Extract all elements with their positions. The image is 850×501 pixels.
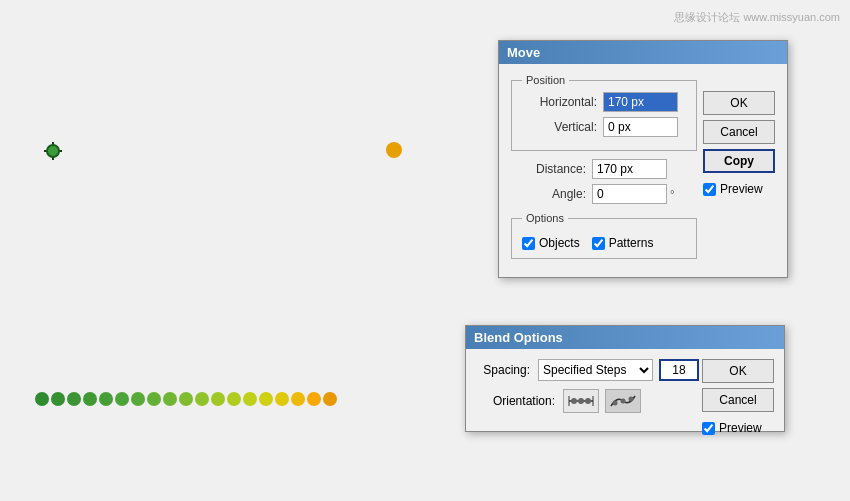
distance-label: Distance: (511, 162, 586, 176)
blend-dot (195, 392, 209, 406)
orient-align-button[interactable] (563, 389, 599, 413)
angle-input[interactable] (592, 184, 667, 204)
horizontal-label: Horizontal: (522, 95, 597, 109)
blend-dot (99, 392, 113, 406)
angle-label: Angle: (511, 187, 586, 201)
blend-dot (115, 392, 129, 406)
cancel-button[interactable]: Cancel (703, 120, 775, 144)
blend-preview-checkbox[interactable] (702, 422, 715, 435)
vertical-input[interactable] (603, 117, 678, 137)
blend-dot (259, 392, 273, 406)
blend-preview-label: Preview (719, 421, 762, 435)
blend-ok-button[interactable]: OK (702, 359, 774, 383)
copy-button[interactable]: Copy (703, 149, 775, 173)
preview-label: Preview (720, 182, 763, 196)
objects-option[interactable]: Objects (522, 236, 580, 250)
blend-dot (179, 392, 193, 406)
angle-unit: ° (670, 188, 674, 200)
orange-dot (386, 142, 402, 158)
blend-dot (211, 392, 225, 406)
blend-dots-row (35, 392, 337, 406)
preview-checkbox[interactable] (703, 183, 716, 196)
blend-preview-option[interactable]: Preview (702, 421, 774, 435)
blend-dot (51, 392, 65, 406)
watermark: 思缘设计论坛 www.missyuan.com (674, 10, 840, 25)
blend-dot (291, 392, 305, 406)
blend-options-dialog: Blend Options Spacing: Specified Steps S… (465, 325, 785, 432)
objects-label: Objects (539, 236, 580, 250)
orientation-row: Orientation: (480, 389, 699, 413)
blend-dialog-title: Blend Options (466, 326, 784, 349)
move-dialog-buttons: OK Cancel Copy Preview (703, 91, 775, 196)
svg-point-2 (578, 398, 584, 404)
green-dot-crosshair (44, 142, 62, 160)
distance-input[interactable] (592, 159, 667, 179)
blend-cancel-button[interactable]: Cancel (702, 388, 774, 412)
patterns-label: Patterns (609, 236, 654, 250)
blend-dot (83, 392, 97, 406)
ok-button[interactable]: OK (703, 91, 775, 115)
horizontal-input[interactable] (603, 92, 678, 112)
move-dialog-title: Move (499, 41, 787, 64)
orientation-label: Orientation: (480, 394, 555, 408)
blend-dot (227, 392, 241, 406)
objects-checkbox[interactable] (522, 237, 535, 250)
svg-point-7 (621, 399, 626, 404)
horizontal-row: Horizontal: (522, 92, 686, 112)
spacing-label: Spacing: (480, 363, 530, 377)
svg-point-8 (629, 397, 634, 402)
patterns-option[interactable]: Patterns (592, 236, 654, 250)
blend-dot (323, 392, 337, 406)
options-fieldset: Options Objects Patterns (511, 212, 697, 259)
patterns-checkbox[interactable] (592, 237, 605, 250)
distance-row: Distance: (511, 159, 697, 179)
blend-dot (307, 392, 321, 406)
move-dialog: Move Position Horizontal: Vertical: Dist… (498, 40, 788, 278)
spacing-row: Spacing: Specified Steps Specified Dista… (480, 359, 699, 381)
svg-point-6 (613, 401, 618, 406)
blend-dot (163, 392, 177, 406)
options-legend: Options (522, 212, 568, 224)
blend-dot (147, 392, 161, 406)
steps-input[interactable] (659, 359, 699, 381)
svg-point-3 (585, 398, 591, 404)
blend-dialog-buttons: OK Cancel Preview (702, 359, 774, 435)
svg-point-1 (571, 398, 577, 404)
position-fieldset: Position Horizontal: Vertical: (511, 74, 697, 151)
blend-dot (131, 392, 145, 406)
blend-dot (243, 392, 257, 406)
orientation-icons (563, 389, 641, 413)
position-legend: Position (522, 74, 569, 86)
orient-path-button[interactable] (605, 389, 641, 413)
vertical-label: Vertical: (522, 120, 597, 134)
preview-option[interactable]: Preview (703, 182, 775, 196)
blend-dot (67, 392, 81, 406)
options-checkboxes: Objects Patterns (522, 232, 686, 250)
angle-row: Angle: ° (511, 184, 697, 204)
vertical-row: Vertical: (522, 117, 686, 137)
blend-dot (35, 392, 49, 406)
spacing-select[interactable]: Specified Steps Specified Distance Smoot… (538, 359, 653, 381)
blend-dot (275, 392, 289, 406)
